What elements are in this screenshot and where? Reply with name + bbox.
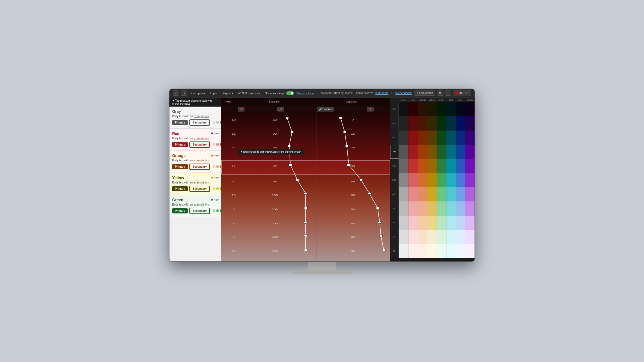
shade-row[interactable]: 300 bbox=[390, 201, 475, 216]
shade-cell[interactable] bbox=[446, 187, 456, 201]
shade-cell[interactable] bbox=[446, 131, 456, 145]
secondary-btn-green[interactable]: Secondary bbox=[189, 208, 210, 214]
shade-row[interactable]: 200 bbox=[390, 216, 475, 230]
primary-btn-red[interactable]: Primary bbox=[172, 142, 188, 147]
primary-btn-gray[interactable]: Primary bbox=[172, 120, 188, 125]
primary-btn-orange[interactable]: Primary bbox=[172, 164, 188, 169]
shade-cell[interactable] bbox=[437, 116, 446, 131]
shade-cell[interactable] bbox=[427, 131, 437, 145]
shade-cell[interactable] bbox=[456, 145, 465, 159]
shade-cell[interactable] bbox=[437, 159, 446, 173]
shade-row[interactable]: 500 bbox=[390, 173, 475, 187]
shade-cell[interactable] bbox=[418, 131, 427, 145]
shade-cell[interactable] bbox=[399, 131, 408, 145]
shade-cell[interactable] bbox=[399, 201, 408, 216]
shade-row[interactable]: 100 bbox=[390, 230, 475, 244]
shade-cell[interactable] bbox=[418, 159, 427, 173]
shade-cell[interactable] bbox=[427, 244, 437, 258]
hue-lock-button[interactable]: 📌 bbox=[238, 107, 245, 111]
shade-cell[interactable] bbox=[427, 159, 437, 173]
shade-cell[interactable] bbox=[446, 159, 456, 173]
example-link-green[interactable]: example link bbox=[194, 203, 209, 206]
shade-cell[interactable] bbox=[465, 216, 475, 230]
shade-cell[interactable] bbox=[437, 201, 446, 216]
shade-cell[interactable] bbox=[408, 159, 418, 173]
shortcut-keys-link[interactable]: Shortcut keys bbox=[294, 91, 317, 96]
sat-lock-button[interactable]: 📌 bbox=[277, 107, 284, 111]
shade-cell[interactable] bbox=[399, 102, 408, 116]
shade-cell[interactable] bbox=[418, 201, 427, 216]
shade-cell[interactable] bbox=[456, 102, 465, 116]
shade-cell[interactable] bbox=[408, 116, 418, 131]
shade-cell[interactable] bbox=[399, 173, 408, 187]
shade-cell[interactable] bbox=[446, 216, 456, 230]
shade-cell[interactable] bbox=[446, 145, 456, 159]
shade-cell[interactable] bbox=[437, 187, 446, 201]
shade-cell[interactable] bbox=[418, 187, 427, 201]
redo-button[interactable]: ↪ bbox=[181, 90, 187, 96]
shade-cell[interactable] bbox=[456, 131, 465, 145]
shade-cell[interactable] bbox=[418, 116, 427, 131]
shade-cell[interactable] bbox=[418, 244, 427, 258]
import-menu[interactable]: Import bbox=[208, 91, 220, 96]
example-link-orange[interactable]: example link bbox=[194, 159, 209, 162]
shade-cell[interactable] bbox=[446, 244, 456, 258]
shade-cell[interactable] bbox=[465, 131, 475, 145]
more-options-button[interactable]: ··· bbox=[445, 90, 451, 96]
shade-row[interactable]: 700⤡ bbox=[390, 145, 475, 159]
shade-cell[interactable] bbox=[427, 201, 437, 216]
shade-cell[interactable] bbox=[427, 116, 437, 131]
shade-cell[interactable] bbox=[437, 244, 446, 258]
shade-cell[interactable] bbox=[427, 187, 437, 201]
shade-cell[interactable] bbox=[408, 145, 418, 159]
shade-cell[interactable] bbox=[465, 116, 475, 131]
shade-cell[interactable] bbox=[408, 102, 418, 116]
shade-cell[interactable] bbox=[427, 102, 437, 116]
shade-cell[interactable] bbox=[427, 173, 437, 187]
resize-handle[interactable]: ⤡ bbox=[472, 156, 474, 158]
shade-cell[interactable] bbox=[446, 116, 456, 131]
show-mockup-toggle[interactable] bbox=[286, 91, 294, 95]
shade-row[interactable]: 600 bbox=[390, 159, 475, 173]
primary-btn-green[interactable]: Primary bbox=[172, 208, 188, 213]
shade-cell[interactable] bbox=[408, 201, 418, 216]
shade-cell[interactable] bbox=[408, 244, 418, 258]
shade-cell[interactable] bbox=[437, 216, 446, 230]
shade-cell[interactable] bbox=[408, 187, 418, 201]
shade-cell[interactable] bbox=[465, 173, 475, 187]
shade-cell[interactable] bbox=[437, 131, 446, 145]
shade-cell[interactable] bbox=[456, 201, 465, 216]
shade-cell[interactable] bbox=[465, 159, 475, 173]
example-link-yellow[interactable]: example link bbox=[194, 181, 209, 184]
secondary-btn-red[interactable]: Secondary bbox=[189, 141, 210, 148]
shade-cell[interactable] bbox=[456, 116, 465, 131]
shade-cell[interactable] bbox=[399, 244, 408, 258]
secondary-btn-orange[interactable]: Secondary bbox=[189, 164, 210, 170]
shade-cell[interactable] bbox=[456, 159, 465, 173]
shade-cell[interactable] bbox=[427, 230, 437, 244]
examples-menu[interactable]: Examples▾ bbox=[189, 91, 207, 96]
shade-row[interactable]: 800 bbox=[390, 131, 475, 145]
shade-cell[interactable] bbox=[399, 116, 408, 131]
shade-cell[interactable] bbox=[399, 230, 408, 244]
example-link-red[interactable]: example link bbox=[194, 137, 209, 140]
shade-cell[interactable] bbox=[427, 145, 437, 159]
shade-cell[interactable] bbox=[399, 145, 408, 159]
shade-cell[interactable] bbox=[456, 187, 465, 201]
shade-cell[interactable] bbox=[465, 187, 475, 201]
shade-cell[interactable] bbox=[399, 216, 408, 230]
shade-cell[interactable] bbox=[437, 230, 446, 244]
wcag-menu[interactable]: WCAG contrast▾ bbox=[236, 91, 262, 96]
shade-cell[interactable] bbox=[418, 173, 427, 187]
shade-cell[interactable] bbox=[465, 102, 475, 116]
shade-cell[interactable] bbox=[418, 102, 427, 116]
shade-row[interactable]: 950 bbox=[390, 102, 475, 116]
shade-cell[interactable] bbox=[437, 102, 446, 116]
shade-cell[interactable] bbox=[465, 244, 475, 258]
shade-cell[interactable]: ⤡ bbox=[465, 145, 475, 159]
current-swatch[interactable]: #a2191f bbox=[453, 90, 471, 96]
secondary-btn-gray[interactable]: Secondary bbox=[189, 119, 210, 126]
shade-cell[interactable] bbox=[399, 159, 408, 173]
primary-btn-yellow[interactable]: Primary bbox=[172, 186, 188, 191]
undo-button[interactable]: ↩ bbox=[173, 90, 179, 96]
